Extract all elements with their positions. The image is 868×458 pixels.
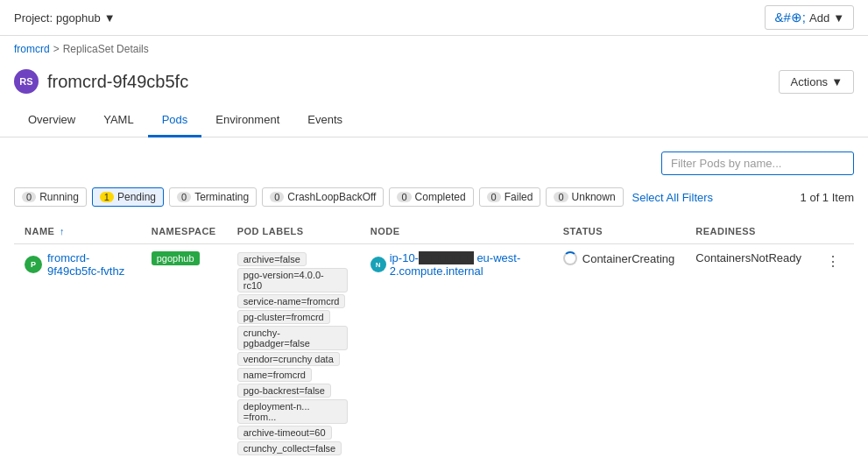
status-spinner-icon <box>563 251 577 265</box>
plus-icon: &#⊕; <box>774 10 806 25</box>
col-node: NODE <box>360 219 553 244</box>
chip-count: 0 <box>270 192 284 202</box>
content-area: 0Running1Pending0Terminating0CrashLoopBa… <box>0 137 868 458</box>
status-chip-pending[interactable]: 1Pending <box>92 187 164 207</box>
tab-overview[interactable]: Overview <box>14 104 89 137</box>
filter-input[interactable] <box>661 151 854 175</box>
node-text: ip-10-■■■■■■■■ eu-west-2.compute.interna… <box>390 251 542 278</box>
label-tag: vendor=crunchy data <box>237 352 340 366</box>
add-button[interactable]: &#⊕; Add ▼ <box>765 5 854 30</box>
pod-name-text: fromcrd-9f49cb5fc-fvthz <box>47 251 131 278</box>
namespace-badge: pgophub <box>152 251 200 265</box>
col-readiness: READINESS <box>685 219 812 244</box>
tab-yaml[interactable]: YAML <box>89 104 147 137</box>
chip-count: 0 <box>22 192 36 202</box>
col-labels: POD LABELS <box>227 219 360 244</box>
table-body: Pfromcrd-9f49cb5fc-fvthzpgophubarchive=f… <box>14 244 854 459</box>
pod-more-cell: ⋮ <box>812 244 854 459</box>
items-count: 1 of 1 Item <box>801 191 854 204</box>
label-tag: pgo-backrest=false <box>237 384 331 398</box>
sort-icon: ↑ <box>60 226 65 236</box>
tab-environment[interactable]: Environment <box>201 104 293 137</box>
table-header: NAME ↑ NAMESPACE POD LABELS NODE STATUS … <box>14 219 854 244</box>
chip-count: 0 <box>177 192 191 202</box>
project-selector[interactable]: Project: pgophub ▼ <box>14 11 116 25</box>
label-tag: archive=false <box>237 252 307 266</box>
chip-label: CrashLoopBackOff <box>287 191 376 203</box>
status-filters: 0Running1Pending0Terminating0CrashLoopBa… <box>14 187 854 207</box>
label-tag: name=fromcrd <box>237 368 312 382</box>
actions-chevron-icon: ▼ <box>831 75 843 88</box>
label-tag: archive-timeout=60 <box>237 426 332 440</box>
actions-button[interactable]: Actions ▼ <box>779 70 854 94</box>
pod-node-cell: Nip-10-■■■■■■■■ eu-west-2.compute.intern… <box>360 244 553 459</box>
chip-label: Failed <box>505 191 533 203</box>
label-tag: deployment-n... =from... <box>237 399 348 424</box>
pod-name-cell: Pfromcrd-9f49cb5fc-fvthz <box>14 244 141 459</box>
rs-badge: RS <box>14 69 39 94</box>
more-options-button[interactable]: ⋮ <box>822 251 843 271</box>
chip-label: Running <box>39 191 79 203</box>
filter-row <box>14 151 854 175</box>
status-chip-failed[interactable]: 0Failed <box>479 187 541 207</box>
chip-label: Terminating <box>194 191 249 203</box>
pods-table: NAME ↑ NAMESPACE POD LABELS NODE STATUS … <box>14 219 854 458</box>
node-link[interactable]: Nip-10-■■■■■■■■ eu-west-2.compute.intern… <box>370 251 542 278</box>
actions-label: Actions <box>790 75 828 88</box>
status-chip-running[interactable]: 0Running <box>14 187 87 207</box>
tabs-nav: OverviewYAMLPodsEnvironmentEvents <box>0 104 868 137</box>
chip-count: 0 <box>554 192 568 202</box>
label-tag: pgo-version=4.0.0-rc10 <box>237 268 348 292</box>
pod-name-link[interactable]: Pfromcrd-9f49cb5fc-fvthz <box>25 251 131 278</box>
page-header-left: RS fromcrd-9f49cb5fc <box>14 69 188 94</box>
status-text: ContainerCreating <box>582 252 675 265</box>
add-chevron-icon: ▼ <box>833 11 844 25</box>
breadcrumb: fromcrd > ReplicaSet Details <box>0 36 868 62</box>
tab-pods[interactable]: Pods <box>148 104 202 137</box>
col-status: STATUS <box>553 219 686 244</box>
select-all-filters[interactable]: Select All Filters <box>632 191 713 204</box>
breadcrumb-parent[interactable]: fromcrd <box>14 43 50 55</box>
pod-readiness-cell: ContainersNotReady <box>685 244 812 459</box>
status-chip-unknown[interactable]: 0Unknown <box>546 187 623 207</box>
table-row: Pfromcrd-9f49cb5fc-fvthzpgophubarchive=f… <box>14 244 854 459</box>
pod-namespace-cell: pgophub <box>141 244 227 459</box>
label-tag: crunchy-pgbadger=false <box>237 326 348 350</box>
page-header: RS fromcrd-9f49cb5fc Actions ▼ <box>0 62 868 104</box>
chip-label: Pending <box>117 191 156 203</box>
pod-status-cell: ContainerCreating <box>553 244 686 459</box>
project-name: pgophub <box>56 11 101 25</box>
chip-count: 0 <box>487 192 501 202</box>
pod-labels-cell: archive=falsepgo-version=4.0.0-rc10servi… <box>227 244 360 459</box>
table-header-row: NAME ↑ NAMESPACE POD LABELS NODE STATUS … <box>14 219 854 244</box>
label-tag: pg-cluster=fromcrd <box>237 310 330 324</box>
chip-label: Completed <box>415 191 466 203</box>
status-chip-completed[interactable]: 0Completed <box>389 187 473 207</box>
chip-label: Unknown <box>572 191 616 203</box>
col-actions <box>812 219 854 244</box>
breadcrumb-current: ReplicaSet Details <box>63 43 149 55</box>
breadcrumb-separator: > <box>53 43 60 55</box>
chip-count: 1 <box>100 192 114 202</box>
page-title: fromcrd-9f49cb5fc <box>47 72 188 92</box>
top-bar: Project: pgophub ▼ &#⊕; Add ▼ <box>0 0 868 36</box>
add-label: Add <box>809 11 829 25</box>
label-tag: crunchy_collect=false <box>237 441 342 455</box>
pod-icon: P <box>25 256 42 273</box>
col-namespace: NAMESPACE <box>141 219 227 244</box>
status-chip-crashloopbackoff[interactable]: 0CrashLoopBackOff <box>262 187 384 207</box>
col-name: NAME ↑ <box>14 219 141 244</box>
status-chip-terminating[interactable]: 0Terminating <box>169 187 257 207</box>
project-label-text: Project: <box>14 11 53 25</box>
chip-count: 0 <box>397 192 411 202</box>
node-icon: N <box>370 257 386 272</box>
tab-events[interactable]: Events <box>293 104 356 137</box>
label-tag: service-name=fromcrd <box>237 294 346 308</box>
project-chevron-icon: ▼ <box>104 11 116 25</box>
